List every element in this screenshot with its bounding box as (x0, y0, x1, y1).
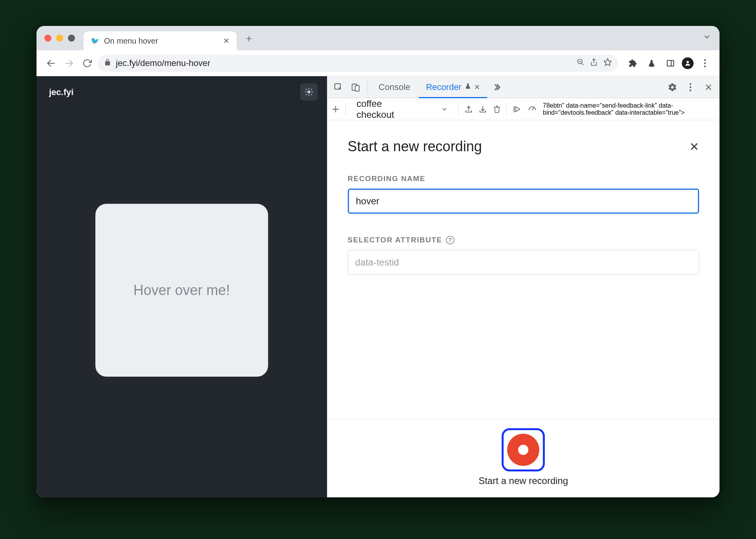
star-icon[interactable] (603, 58, 612, 69)
svg-line-19 (311, 94, 311, 95)
delete-icon[interactable] (493, 103, 501, 116)
settings-icon[interactable] (665, 79, 680, 95)
content-area: jec.fyi Hover over me! Console (37, 76, 719, 497)
extensions-icon[interactable] (625, 56, 640, 71)
devtools-menu-icon[interactable] (683, 79, 698, 95)
recorder-panel-body: Start a new recording ✕ RECORDING NAME S… (327, 120, 720, 419)
selector-attribute-input[interactable] (348, 250, 699, 275)
minimize-window-button[interactable] (56, 35, 63, 42)
browser-tab[interactable]: 🐦 On menu hover ✕ (84, 31, 237, 50)
tab-favicon-icon: 🐦 (91, 37, 99, 45)
svg-line-20 (311, 89, 311, 90)
profile-avatar[interactable] (682, 57, 694, 69)
svg-point-25 (690, 83, 692, 85)
close-panel-button[interactable]: ✕ (689, 140, 699, 154)
svg-point-13 (307, 90, 310, 93)
svg-point-10 (704, 59, 706, 61)
close-tab-button[interactable]: ✕ (474, 83, 480, 92)
tabs-dropdown-button[interactable] (703, 33, 711, 43)
new-tab-button[interactable]: ＋ (241, 31, 256, 46)
selector-attribute-label: SELECTOR ATTRIBUTE ? (348, 236, 699, 244)
chevron-down-icon (441, 106, 447, 113)
lock-icon (104, 58, 111, 68)
add-recording-button[interactable] (331, 103, 340, 116)
flask-icon[interactable] (644, 56, 659, 71)
reload-button[interactable] (80, 56, 95, 71)
performance-icon[interactable] (527, 103, 537, 116)
svg-point-12 (704, 65, 706, 67)
recorder-toolbar: coffee checkout (327, 98, 720, 120)
svg-marker-35 (515, 106, 520, 112)
tab-recorder[interactable]: Recorder ✕ (419, 76, 487, 98)
tab-console-label: Console (379, 82, 411, 92)
devtools-panel: Console Recorder ✕ (327, 76, 720, 497)
svg-point-11 (704, 62, 706, 64)
page-logo[interactable]: jec.fyi (37, 76, 327, 108)
recording-name-input[interactable] (348, 189, 699, 214)
address-bar: jec.fyi/demo/menu-hover (37, 50, 719, 76)
panel-icon[interactable] (663, 56, 678, 71)
browser-window: 🐦 On menu hover ✕ ＋ jec.fyi/demo/menu-ho… (37, 26, 719, 497)
svg-line-18 (306, 89, 306, 90)
recorder-footer: Start a new recording (327, 419, 720, 497)
more-tabs-button[interactable] (489, 79, 504, 95)
start-recording-button[interactable] (502, 428, 545, 471)
close-devtools-button[interactable] (701, 79, 716, 95)
svg-rect-7 (667, 60, 674, 66)
devtools-tabs: Console Recorder ✕ (327, 76, 720, 98)
record-icon (507, 434, 539, 466)
tab-recorder-label: Recorder (426, 82, 461, 92)
svg-line-36 (532, 108, 534, 110)
help-icon[interactable]: ? (446, 236, 455, 244)
export-icon[interactable] (464, 103, 473, 116)
forward-button[interactable] (62, 56, 77, 71)
share-icon[interactable] (590, 58, 598, 69)
omnibox[interactable]: jec.fyi/demo/menu-hover (98, 55, 618, 72)
hover-card-text: Hover over me! (133, 282, 230, 299)
back-button[interactable] (44, 56, 58, 71)
import-icon[interactable] (478, 103, 487, 116)
device-toolbar-icon[interactable] (348, 79, 363, 95)
close-tab-button[interactable]: ✕ (223, 36, 230, 46)
svg-line-21 (306, 94, 306, 95)
hover-card[interactable]: Hover over me! (95, 204, 268, 377)
tab-title: On menu hover (104, 37, 158, 46)
svg-rect-24 (355, 86, 359, 91)
maximize-window-button[interactable] (68, 35, 75, 42)
svg-line-4 (582, 63, 584, 65)
tab-console[interactable]: Console (372, 76, 418, 98)
recording-select-value: coffee checkout (356, 98, 417, 120)
zoom-out-icon[interactable] (577, 58, 584, 68)
svg-point-9 (687, 61, 689, 63)
start-recording-label: Start a new recording (478, 475, 568, 486)
recording-select[interactable]: coffee checkout (351, 98, 453, 120)
browser-menu-icon[interactable] (698, 56, 712, 71)
svg-marker-6 (604, 58, 611, 65)
window-controls (44, 35, 75, 42)
inspect-element-icon[interactable] (331, 79, 346, 95)
recording-name-label: RECORDING NAME (348, 174, 699, 183)
replay-icon[interactable] (512, 103, 522, 116)
panel-title: Start a new recording (348, 138, 482, 155)
svg-point-26 (690, 86, 692, 88)
flask-icon (465, 82, 471, 92)
url-text: jec.fyi/demo/menu-hover (116, 58, 210, 68)
theme-toggle-button[interactable] (300, 83, 318, 101)
close-window-button[interactable] (44, 35, 51, 42)
page-viewport: jec.fyi Hover over me! (37, 76, 327, 497)
tab-strip: 🐦 On menu hover ✕ ＋ (37, 26, 719, 50)
svg-point-27 (690, 89, 692, 91)
